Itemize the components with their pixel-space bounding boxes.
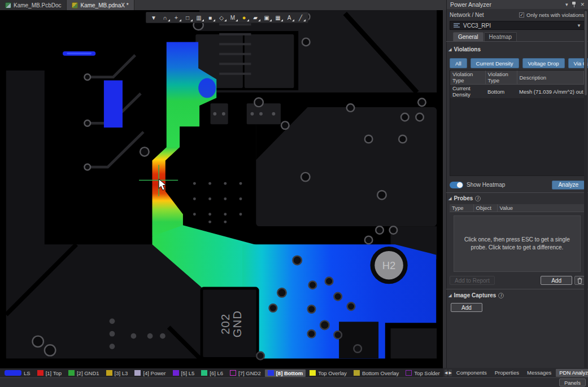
export-icon[interactable]: ▣ bbox=[262, 13, 272, 22]
filter-all-button[interactable]: All bbox=[450, 58, 467, 68]
col-object[interactable]: Object bbox=[473, 204, 497, 212]
info-icon: i bbox=[475, 196, 481, 201]
tab-heatmap[interactable]: Heatmap bbox=[484, 32, 517, 42]
panel-scrollbar[interactable] bbox=[584, 10, 587, 368]
pcb-doc-icon bbox=[5, 2, 11, 8]
add-to-report-button[interactable]: Add to Report bbox=[450, 276, 495, 285]
probes-table: Type Object Value bbox=[450, 204, 585, 212]
move-icon[interactable]: + bbox=[171, 13, 181, 22]
layer-label: Bottom Overlay bbox=[362, 370, 399, 376]
doc-tab-pdnax[interactable]: Kame_MB.pdnaX * bbox=[67, 0, 134, 10]
mounting-hole-h2: H2 bbox=[371, 247, 408, 284]
layer-tab-power[interactable]: [4] Power bbox=[132, 370, 168, 377]
panels-button[interactable]: Panels bbox=[559, 379, 586, 386]
layer-tab-gnd2[interactable]: [7] GND2 bbox=[227, 370, 264, 377]
filter-icon[interactable]: ▼ bbox=[149, 13, 159, 22]
network-net-row: Network / Net ✓ Only nets with violation… bbox=[450, 12, 584, 18]
violation-row[interactable]: Current Density Bottom Mesh (71.039 A/mm… bbox=[450, 85, 584, 99]
panel-tab-properties[interactable]: Properties bbox=[491, 369, 522, 377]
layer-label: Top Overlay bbox=[318, 370, 347, 376]
panel-tab-strip: General Heatmap bbox=[453, 32, 517, 42]
line-icon[interactable]: ╱ bbox=[295, 13, 306, 22]
layer-color-swatch bbox=[201, 370, 207, 376]
layer-label: [2] GND1 bbox=[77, 370, 99, 376]
col-violation-type-2[interactable]: Violation Type bbox=[485, 71, 517, 85]
canvas-toolbar: ▼ ∩ + □ ▥ ■ ◇ M ● ▰ ▣ ▦ A ╱ bbox=[146, 12, 308, 23]
pin-icon[interactable] bbox=[572, 2, 576, 7]
checkbox-label: Only nets with violations bbox=[526, 12, 584, 18]
divider bbox=[446, 192, 588, 193]
add-capture-button[interactable]: Add bbox=[451, 303, 482, 312]
layer-color-swatch bbox=[268, 370, 274, 376]
col-violation-type[interactable]: Violation Type bbox=[450, 71, 485, 85]
polygon-icon[interactable]: ◇ bbox=[216, 13, 227, 22]
marquee-icon[interactable]: □ bbox=[182, 13, 193, 22]
tab-general[interactable]: General bbox=[453, 32, 484, 42]
layer-label: Top Solder bbox=[414, 370, 439, 376]
probes-header[interactable]: ◢ Probes i bbox=[448, 195, 481, 201]
panel-menu-icon[interactable]: ▾ bbox=[565, 2, 568, 7]
layer-tab-top[interactable]: [1] Top bbox=[34, 370, 64, 377]
panel-tab-messages[interactable]: Messages bbox=[524, 369, 555, 377]
show-heatmap-toggle[interactable] bbox=[450, 182, 463, 188]
application-window: Kame_MB.PcbDoc Kame_MB.pdnaX * bbox=[0, 0, 588, 387]
analyze-button[interactable]: Analyze bbox=[552, 181, 585, 190]
layer-label: [5] L5 bbox=[181, 370, 195, 376]
snap-icon[interactable]: ∩ bbox=[160, 13, 170, 22]
layer-tab-l3[interactable]: [3] L3 bbox=[103, 370, 131, 377]
collapse-icon: ◢ bbox=[448, 47, 451, 52]
col-description[interactable]: Description bbox=[517, 71, 584, 85]
doc-tab-label: Kame_MB.pdnaX * bbox=[80, 2, 128, 8]
layer-tab-l5[interactable]: [5] L5 bbox=[170, 370, 198, 377]
doc-tab-pcbdoc[interactable]: Kame_MB.PcbDoc bbox=[0, 0, 67, 10]
divider bbox=[446, 289, 588, 289]
measure-icon[interactable]: M bbox=[228, 13, 238, 22]
text-icon[interactable]: A bbox=[284, 13, 294, 22]
capture-icon[interactable]: ▰ bbox=[250, 13, 260, 22]
layer-color-swatch bbox=[106, 370, 112, 376]
highlight-icon[interactable]: ● bbox=[239, 13, 249, 22]
status-bar: Panels bbox=[0, 377, 588, 387]
scrollbar-thumb[interactable] bbox=[585, 11, 587, 95]
toggle-knob bbox=[457, 182, 463, 188]
checkbox-icon: ✓ bbox=[519, 12, 524, 17]
pcb-heatmap-view: 202 GND H2 bbox=[0, 10, 443, 368]
filter-voltage-drop-button[interactable]: Voltage Drop bbox=[522, 58, 565, 68]
probe-buttons-row: Add to Report Add bbox=[450, 276, 585, 285]
layer-tab-ls[interactable]: LS bbox=[2, 370, 33, 377]
only-violations-checkbox[interactable]: ✓ Only nets with violations bbox=[519, 12, 584, 18]
add-probe-button[interactable]: Add bbox=[541, 276, 572, 285]
layer-color-swatch bbox=[406, 370, 412, 376]
scroll-left-icon[interactable]: ◀ bbox=[445, 370, 447, 376]
layer-tab-bottom-overlay[interactable]: Bottom Overlay bbox=[351, 370, 402, 377]
fill-icon[interactable]: ■ bbox=[205, 13, 215, 22]
layer-tab-gnd1[interactable]: [2] GND1 bbox=[66, 370, 102, 377]
panel-title: Power Analyzer bbox=[450, 1, 491, 8]
col-value[interactable]: Value bbox=[497, 204, 585, 212]
violation-layer-cell: Bottom bbox=[485, 85, 517, 99]
layer-label: [3] L3 bbox=[115, 370, 128, 376]
layer-label: LS bbox=[24, 370, 31, 376]
histogram-icon[interactable]: ▥ bbox=[194, 13, 204, 22]
layer-color-swatch bbox=[37, 370, 43, 376]
violations-header[interactable]: ◢ Violations bbox=[448, 46, 481, 52]
delete-probe-button[interactable] bbox=[574, 276, 585, 285]
layer-tab-l6[interactable]: [6] L6 bbox=[198, 370, 226, 377]
panel-tab-pdn-analyzer[interactable]: PDN Analyzer bbox=[556, 369, 588, 377]
close-icon[interactable]: ✕ bbox=[580, 2, 585, 7]
layer-tab-bottom[interactable]: [8] Bottom bbox=[265, 370, 306, 377]
chart-icon[interactable]: ▦ bbox=[273, 13, 283, 22]
scroll-right-icon[interactable]: ▶ bbox=[448, 370, 451, 376]
layer-label: [1] Top bbox=[46, 370, 62, 376]
filter-current-density-button[interactable]: Current Density bbox=[471, 58, 519, 68]
net-dropdown[interactable]: VCC3_RPI ▼ bbox=[450, 21, 585, 30]
pcb-canvas[interactable]: 202 GND H2 bbox=[0, 10, 443, 368]
panel-header: Power Analyzer ▾ ✕ bbox=[447, 0, 588, 9]
col-type[interactable]: Type bbox=[450, 204, 473, 212]
layer-color-swatch bbox=[5, 370, 21, 376]
layer-tab-top-overlay[interactable]: Top Overlay bbox=[307, 370, 350, 377]
image-captures-header[interactable]: ◢ Image Captures i bbox=[448, 292, 504, 298]
svg-text:202: 202 bbox=[219, 314, 232, 335]
panel-tab-components[interactable]: Components bbox=[453, 369, 490, 377]
layer-tab-top-solder[interactable]: Top Solder bbox=[403, 370, 442, 377]
